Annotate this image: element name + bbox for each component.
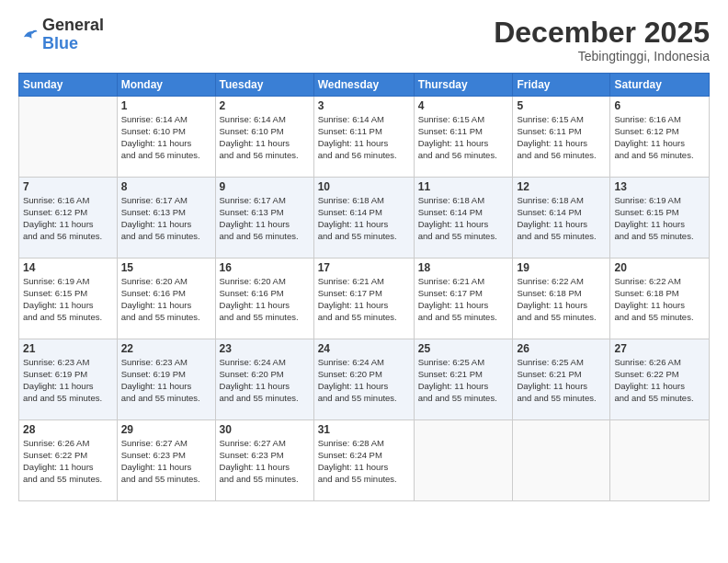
table-row: 11Sunrise: 6:18 AMSunset: 6:14 PMDayligh… [414,178,513,259]
day-info: Sunrise: 6:18 AMSunset: 6:14 PMDaylight:… [418,195,509,242]
table-row: 24Sunrise: 6:24 AMSunset: 6:20 PMDayligh… [313,339,414,420]
day-info: Sunrise: 6:25 AMSunset: 6:21 PMDaylight:… [418,357,509,404]
day-info-line: Sunrise: 6:20 AM [121,276,188,286]
day-info-line: Sunrise: 6:20 AM [220,276,286,286]
day-info-line: Daylight: 11 hours [318,462,389,472]
day-info: Sunrise: 6:24 AMSunset: 6:20 PMDaylight:… [318,357,410,404]
table-row: 17Sunrise: 6:21 AMSunset: 6:17 PMDayligh… [313,259,414,339]
calendar-week-row: 21Sunrise: 6:23 AMSunset: 6:19 PMDayligh… [19,339,710,420]
day-info-line: and and 56 minutes. [614,150,693,160]
day-number: 2 [220,99,310,112]
calendar-header-row: Sunday Monday Tuesday Wednesday Thursday… [19,74,710,97]
day-info-line: and and 56 minutes. [121,150,200,160]
day-info: Sunrise: 6:18 AMSunset: 6:14 PMDaylight:… [318,195,410,242]
day-info-line: Sunset: 6:23 PM [121,450,186,460]
day-info-line: Sunrise: 6:25 AM [418,357,484,367]
day-info-line: Daylight: 11 hours [220,138,290,148]
col-saturday: Saturday [610,74,710,97]
day-info-line: Sunset: 6:10 PM [220,126,284,136]
day-info-line: Daylight: 11 hours [614,138,685,148]
day-info-line: Sunrise: 6:15 AM [517,114,583,124]
day-info-line: Sunrise: 6:26 AM [23,438,89,448]
title-block: December 2025 Tebingtinggi, Indonesia [494,17,710,63]
table-row: 9Sunrise: 6:17 AMSunset: 6:13 PMDaylight… [215,178,313,259]
day-number: 19 [517,261,606,274]
day-info-line: and and 55 minutes. [220,393,299,403]
day-info: Sunrise: 6:19 AMSunset: 6:15 PMDaylight:… [23,276,113,323]
day-number: 23 [220,342,310,355]
day-info-line: Sunset: 6:16 PM [220,288,284,298]
day-info-line: Sunset: 6:15 PM [23,288,87,298]
day-number: 9 [220,180,310,193]
day-number: 18 [418,261,509,274]
table-row: 26Sunrise: 6:25 AMSunset: 6:21 PMDayligh… [513,339,610,420]
logo: General Blue [18,17,104,53]
day-info-line: Sunrise: 6:18 AM [418,195,484,205]
day-info: Sunrise: 6:14 AMSunset: 6:10 PMDaylight:… [121,114,211,161]
day-number: 3 [318,99,410,112]
day-info-line: Sunrise: 6:17 AM [220,195,286,205]
day-info-line: Sunset: 6:16 PM [121,288,186,298]
day-info-line: Daylight: 11 hours [220,381,290,391]
table-row: 4Sunrise: 6:15 AMSunset: 6:11 PMDaylight… [414,97,513,178]
day-info-line: Sunset: 6:19 PM [121,369,186,379]
day-info-line: Daylight: 11 hours [121,138,192,148]
calendar-week-row: 7Sunrise: 6:16 AMSunset: 6:12 PMDaylight… [19,178,710,259]
day-info-line: Daylight: 11 hours [517,138,587,148]
table-row: 12Sunrise: 6:18 AMSunset: 6:14 PMDayligh… [513,178,610,259]
day-info-line: Daylight: 11 hours [318,381,389,391]
table-row: 14Sunrise: 6:19 AMSunset: 6:15 PMDayligh… [19,259,118,339]
day-info: Sunrise: 6:14 AMSunset: 6:11 PMDaylight:… [318,114,410,161]
day-info-line: Sunrise: 6:28 AM [318,438,384,448]
day-info: Sunrise: 6:16 AMSunset: 6:12 PMDaylight:… [614,114,705,161]
day-info-line: and and 55 minutes. [23,474,102,484]
table-row: 19Sunrise: 6:22 AMSunset: 6:18 PMDayligh… [513,259,610,339]
day-info: Sunrise: 6:27 AMSunset: 6:23 PMDaylight:… [220,438,310,485]
day-number: 6 [614,99,705,112]
table-row: 31Sunrise: 6:28 AMSunset: 6:24 PMDayligh… [313,420,414,501]
day-info-line: Sunset: 6:14 PM [517,207,581,217]
day-info-line: and and 55 minutes. [517,393,596,403]
month-year-title: December 2025 [494,17,710,49]
calendar-week-row: 28Sunrise: 6:26 AMSunset: 6:22 PMDayligh… [19,420,710,501]
day-info-line: and and 56 minutes. [418,150,497,160]
logo-blue-text: Blue [42,34,78,52]
day-info-line: Daylight: 11 hours [23,381,94,391]
day-info-line: Sunset: 6:14 PM [418,207,483,217]
day-info-line: Daylight: 11 hours [318,300,389,310]
day-info-line: and and 55 minutes. [517,312,596,322]
table-row: 13Sunrise: 6:19 AMSunset: 6:15 PMDayligh… [610,178,710,259]
day-info-line: Daylight: 11 hours [418,219,489,229]
day-info-line: and and 56 minutes. [121,231,200,241]
day-info: Sunrise: 6:26 AMSunset: 6:22 PMDaylight:… [23,438,113,485]
day-info-line: Sunrise: 6:22 AM [614,276,680,286]
day-number: 22 [121,342,211,355]
col-thursday: Thursday [414,74,513,97]
day-info-line: Sunrise: 6:24 AM [318,357,384,367]
day-info: Sunrise: 6:16 AMSunset: 6:12 PMDaylight:… [23,195,113,242]
day-info-line: and and 56 minutes. [23,231,102,241]
day-info-line: and and 55 minutes. [23,393,102,403]
day-info-line: Sunrise: 6:25 AM [517,357,583,367]
day-info-line: Sunset: 6:21 PM [418,369,483,379]
day-info-line: Daylight: 11 hours [121,381,192,391]
day-info-line: Sunrise: 6:19 AM [614,195,680,205]
day-info-line: and and 56 minutes. [318,150,397,160]
day-info: Sunrise: 6:22 AMSunset: 6:18 PMDaylight:… [517,276,606,323]
day-info-line: and and 55 minutes. [517,231,596,241]
day-info: Sunrise: 6:19 AMSunset: 6:15 PMDaylight:… [614,195,705,242]
day-info-line: Sunrise: 6:21 AM [418,276,484,286]
day-number: 1 [121,99,211,112]
day-info-line: and and 55 minutes. [318,393,397,403]
logo-bird-icon [18,25,39,45]
day-number: 30 [220,423,310,436]
day-info-line: Sunset: 6:20 PM [220,369,284,379]
day-number: 16 [220,261,310,274]
day-info-line: Sunrise: 6:21 AM [318,276,384,286]
day-number: 21 [23,342,113,355]
day-info-line: Daylight: 11 hours [121,462,192,472]
day-number: 31 [318,423,410,436]
day-info-line: Daylight: 11 hours [220,462,290,472]
col-monday: Monday [117,74,215,97]
day-number: 4 [418,99,509,112]
